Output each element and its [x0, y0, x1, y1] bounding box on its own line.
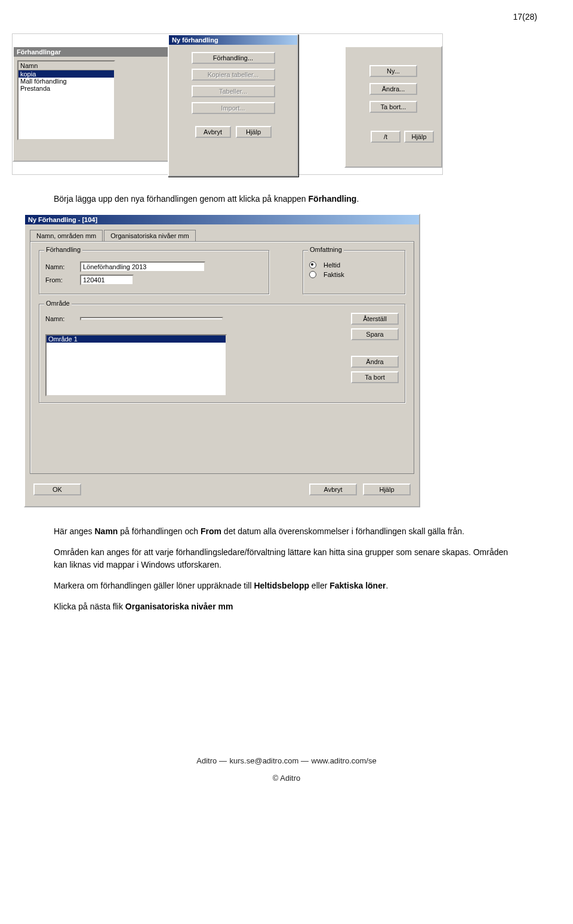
forhandling-button[interactable]: Förhandling...: [192, 52, 275, 64]
paragraph-4: Markera om förhandlingen gäller löner up…: [54, 580, 519, 592]
paragraph-2: Här anges Namn på förhandlingen och From…: [54, 525, 519, 538]
ny-button[interactable]: Ny...: [369, 65, 417, 77]
hjalp-button[interactable]: Hjälp: [404, 131, 434, 143]
list-item[interactable]: Prestanda: [19, 85, 114, 92]
label-from: From:: [45, 276, 75, 284]
window-side-buttons: Ny... Ändra... Ta bort... /t Hjälp: [344, 46, 442, 168]
text: på förhandlingen och: [118, 526, 201, 536]
avbryt-cut-button[interactable]: /t: [371, 131, 401, 143]
separator-icon: —: [301, 756, 309, 765]
screenshot-2: Ny Förhandling - [104] Namn, områden mm …: [24, 214, 420, 507]
list-item[interactable]: kopia: [19, 70, 114, 78]
text: det datum alla överenskommelser i förhan…: [221, 526, 464, 536]
text: .: [356, 194, 359, 204]
tabeller-button: Tabeller...: [192, 85, 275, 97]
radio-label: Faktisk: [324, 271, 344, 278]
screenshot-1: Förhandlingar Namn kopia Mall förhandlin…: [12, 33, 443, 175]
titlebar-ny-forhandling: Ny förhandling: [169, 35, 297, 45]
andra-button[interactable]: Ändra...: [369, 83, 417, 95]
radio-dot-icon: [309, 271, 316, 278]
separator-icon: —: [219, 756, 227, 765]
radio-dot-icon: [309, 261, 316, 269]
footer: Aditro — kurs.se@aditro.com — www.aditro…: [0, 756, 573, 800]
tabort-button[interactable]: Ta bort...: [369, 101, 417, 113]
import-button: Import...: [192, 102, 275, 114]
text-bold: Faktiska löner: [329, 581, 386, 590]
hjalp-button[interactable]: Hjälp: [363, 483, 411, 495]
footer-copyright: © Aditro: [0, 774, 573, 783]
andra-button[interactable]: Ändra: [351, 356, 399, 368]
text: Markera om förhandlingen gäller löner up…: [54, 581, 254, 590]
titlebar-forhandlingar: Förhandlingar: [14, 47, 169, 57]
hjalp-button[interactable]: Hjälp: [236, 126, 272, 138]
text-bold: Namn: [94, 526, 118, 536]
group-omrade: Område: [44, 300, 72, 307]
aterstall-button[interactable]: Återställ: [351, 313, 399, 325]
spara-button[interactable]: Spara: [351, 328, 399, 340]
paragraph-1: Börja lägga upp den nya förhandlingen ge…: [54, 193, 519, 205]
radio-label: Heltid: [324, 261, 340, 269]
radio-heltid[interactable]: Heltid: [309, 261, 399, 269]
input-omrade-namn[interactable]: [80, 317, 223, 321]
text-bold: Heltidsbelopp: [254, 581, 309, 590]
titlebar-ny-forhandling-104: Ny Förhandling - [104]: [25, 215, 419, 224]
tab-namn-omraden[interactable]: Namn, områden mm: [30, 230, 103, 242]
avbryt-button[interactable]: Avbryt: [309, 483, 357, 495]
text: Här anges: [54, 526, 94, 536]
group-omfattning: Omfattning: [308, 246, 344, 253]
window-forhandlingar: Förhandlingar Namn kopia Mall förhandlin…: [13, 46, 170, 162]
text-bold: Förhandling: [309, 194, 357, 204]
list-item[interactable]: Område 1: [47, 335, 226, 343]
page-number: 17(28): [0, 0, 573, 27]
list-forhandlingar[interactable]: Namn kopia Mall förhandling Prestanda: [17, 60, 115, 140]
text: Klicka på nästa flik: [54, 602, 125, 611]
list-omraden[interactable]: Område 1: [45, 334, 227, 396]
tab-organisatoriska[interactable]: Organisatoriska nivåer mm: [104, 230, 195, 241]
radio-faktisk[interactable]: Faktisk: [309, 271, 399, 278]
group-forhandling: Förhandling: [44, 246, 82, 253]
footer-company: Aditro: [196, 756, 217, 765]
footer-url: www.aditro.com/se: [312, 756, 377, 765]
tabort-button[interactable]: Ta bort: [351, 371, 399, 383]
text-bold: Organisatoriska nivåer mm: [125, 602, 233, 611]
paragraph-3: Områden kan anges för att varje förhandl…: [54, 546, 519, 571]
ok-button[interactable]: OK: [33, 483, 81, 495]
input-from[interactable]: 120401: [80, 275, 134, 285]
dialog-ny-forhandling: Ny förhandling Förhandling... Kopiera ta…: [168, 34, 298, 177]
input-namn[interactable]: Löneförhandling 2013: [80, 261, 205, 272]
text: eller: [309, 581, 329, 590]
kopiera-tabeller-button: Kopiera tabeller...: [192, 69, 275, 81]
label-namn: Namn:: [45, 263, 75, 270]
list-header: Namn: [19, 61, 114, 70]
footer-email: kurs.se@aditro.com: [230, 756, 299, 765]
list-item[interactable]: Mall förhandling: [19, 78, 114, 85]
label-omrade-namn: Namn:: [45, 315, 75, 322]
text: Börja lägga upp den nya förhandlingen ge…: [54, 194, 309, 204]
text-bold: From: [201, 526, 221, 536]
paragraph-5: Klicka på nästa flik Organisatoriska niv…: [54, 600, 519, 613]
avbryt-button[interactable]: Avbryt: [195, 126, 231, 138]
text: .: [386, 581, 388, 590]
